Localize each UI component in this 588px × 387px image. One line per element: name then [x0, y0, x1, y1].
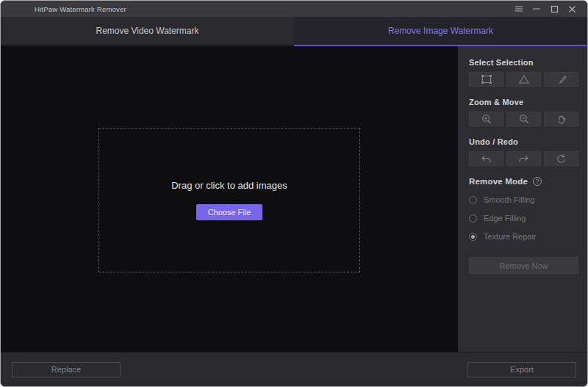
menu-icon[interactable] — [512, 3, 526, 15]
zoom-in-button[interactable] — [469, 112, 503, 126]
undo-icon — [480, 154, 492, 164]
replace-button[interactable]: Replace — [12, 362, 121, 377]
remove-now-button[interactable]: Remove Now — [469, 257, 578, 274]
tab-remove-image-watermark[interactable]: Remove Image Watermark — [294, 17, 587, 46]
reset-button[interactable] — [544, 151, 578, 166]
rect-select-icon — [479, 74, 494, 84]
undo-button[interactable] — [469, 151, 503, 166]
footer-bar: Replace Export — [1, 352, 587, 386]
radio-circle-selected-icon — [469, 233, 477, 241]
app-window: HitPaw Watermark Remover Remove Video Wa… — [0, 0, 588, 387]
radio-texture-repair[interactable]: Texture Repair — [469, 232, 578, 241]
radio-label: Texture Repair — [484, 232, 537, 241]
minimize-icon[interactable] — [530, 3, 543, 15]
polygon-select-button[interactable] — [506, 72, 541, 87]
reset-icon — [556, 153, 567, 164]
tab-label: Remove Video Watermark — [96, 26, 198, 36]
tab-label: Remove Image Watermark — [388, 26, 493, 36]
radio-edge-filling[interactable]: Edge Filling — [469, 214, 578, 223]
tab-bar: Remove Video Watermark Remove Image Wate… — [1, 17, 587, 46]
radio-smooth-filling[interactable]: Smooth Filling — [469, 195, 578, 204]
undo-redo-title: Undo / Redo — [469, 137, 578, 146]
brush-button[interactable] — [544, 72, 578, 87]
export-button[interactable]: Export — [467, 362, 576, 377]
title-bar: HitPaw Watermark Remover — [1, 1, 587, 17]
maximize-icon[interactable] — [548, 3, 561, 15]
radio-circle-icon — [469, 196, 477, 204]
close-icon[interactable] — [565, 3, 578, 15]
help-icon[interactable]: ? — [533, 177, 542, 186]
hand-button[interactable] — [544, 112, 578, 126]
tab-remove-video-watermark[interactable]: Remove Video Watermark — [1, 17, 294, 46]
redo-button[interactable] — [506, 151, 541, 166]
radio-label: Edge Filling — [484, 214, 526, 223]
zoom-move-tool-row — [469, 112, 578, 126]
selection-tool-row — [469, 72, 578, 87]
window-title: HitPaw Watermark Remover — [35, 5, 126, 13]
dropzone-hint-text: Drag or click to add images — [171, 180, 287, 191]
remove-mode-header: Remove Mode ? — [469, 177, 578, 186]
polygon-select-icon — [518, 74, 530, 84]
rect-select-button[interactable] — [469, 72, 503, 87]
main-area: Drag or click to add images Choose File … — [1, 46, 587, 352]
tools-sidebar: Select Selection — [458, 46, 587, 352]
zoom-out-button[interactable] — [506, 112, 541, 126]
radio-circle-icon — [469, 214, 477, 223]
window-controls — [512, 3, 578, 15]
remove-mode-title: Remove Mode — [469, 177, 528, 186]
image-canvas: Drag or click to add images Choose File — [1, 46, 458, 352]
brush-icon — [556, 74, 567, 84]
zoom-in-icon — [481, 114, 492, 125]
hand-icon — [556, 114, 567, 125]
select-selection-title: Select Selection — [469, 58, 578, 67]
radio-label: Smooth Filling — [484, 195, 535, 204]
zoom-out-icon — [518, 114, 530, 125]
choose-file-button[interactable]: Choose File — [196, 204, 262, 220]
zoom-move-title: Zoom & Move — [469, 98, 578, 106]
undo-redo-tool-row — [469, 151, 578, 166]
file-dropzone[interactable]: Drag or click to add images Choose File — [98, 128, 360, 272]
redo-icon — [517, 154, 530, 164]
